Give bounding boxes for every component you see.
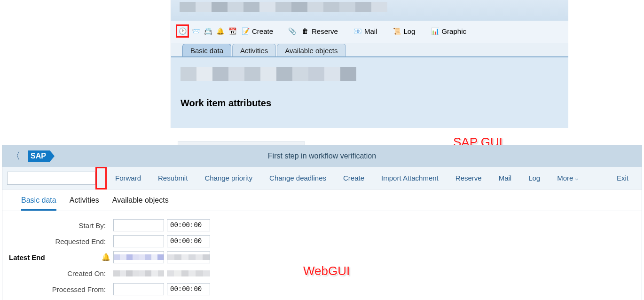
row-latest-end: Latest End 🔔 [2, 250, 642, 265]
label-latest-end: Latest End [2, 253, 101, 261]
create-icon: 📝 [240, 26, 251, 36]
sapgui-tabstrip: Basic data Activities Available objects [171, 43, 568, 57]
reserve-icon: 🗑 [299, 26, 311, 36]
tab-activities[interactable]: Activities [70, 196, 99, 211]
sapgui-panel: 🕑 📨 📇 🔔 📆 📝 Create 📎 🗑 Reserve 📧 Mail 📜 … [171, 0, 568, 128]
action-log[interactable]: Log [520, 174, 549, 182]
webgui-tabstrip: Basic data Activities Available objects [2, 189, 642, 211]
action-mail[interactable]: Mail [490, 174, 520, 182]
field-latest-end-date[interactable] [113, 251, 164, 263]
tab-activities[interactable]: Activities [232, 44, 276, 56]
field-start-by-date[interactable] [113, 219, 164, 231]
row-requested-end: Requested End: 00:00:00 [2, 234, 642, 249]
reserve-label: Reserve [312, 27, 338, 35]
action-more[interactable]: More [549, 174, 587, 182]
tab-basic-data[interactable]: Basic data [182, 44, 231, 56]
webgui-form: WebGUI Start By: 00:00:00 Requested End:… [2, 211, 642, 300]
field-requested-end-time[interactable]: 00:00:00 [167, 235, 210, 247]
mail-button[interactable]: 📧 Mail [351, 25, 380, 37]
back-button[interactable]: 〈 [9, 149, 22, 163]
action-exit[interactable]: Exit [608, 174, 637, 182]
field-latest-end-time[interactable] [167, 251, 210, 263]
content-pixelated [181, 67, 356, 81]
import-attachment-icon[interactable]: 📎 [286, 26, 298, 36]
action-change-priority[interactable]: Change priority [196, 174, 261, 182]
priority-icon[interactable]: 🔔 [214, 26, 226, 36]
create-button[interactable]: 📝 Create [239, 25, 276, 37]
page-title: First step in workflow verification [2, 152, 642, 160]
action-resubmit[interactable]: Resubmit [149, 174, 196, 182]
reserve-button[interactable]: 🗑 Reserve [298, 25, 341, 37]
field-processed-from-date[interactable] [113, 283, 164, 295]
label-processed-from: Processed From: [2, 285, 110, 293]
highlight-execute-icon: 🕑 [176, 24, 189, 38]
webgui-actionbar: Forward Resubmit Change priority Change … [2, 167, 642, 189]
section-title: Work item attributes [181, 98, 559, 109]
sapgui-content: Work item attributes SAP GUI [171, 57, 568, 128]
bell-icon: 🔔 [101, 253, 110, 261]
graphic-button[interactable]: 📊 Graphic [428, 25, 469, 37]
graphic-label: Graphic [441, 27, 466, 35]
action-reserve[interactable]: Reserve [447, 174, 490, 182]
mail-label: Mail [364, 27, 377, 35]
sapgui-toolbar: 🕑 📨 📇 🔔 📆 📝 Create 📎 🗑 Reserve 📧 Mail 📜 … [171, 21, 568, 43]
clock-check-icon[interactable]: 🕑 [178, 26, 187, 36]
field-created-on-time [167, 267, 210, 279]
row-created-on: Created On: [2, 266, 642, 281]
tab-available-objects[interactable]: Available objects [112, 196, 169, 211]
log-label: Log [403, 27, 415, 35]
row-start-by: Start By: 00:00:00 [2, 218, 642, 233]
field-requested-end-date[interactable] [113, 235, 164, 247]
log-button[interactable]: 📜 Log [390, 25, 418, 37]
field-start-by-time[interactable]: 00:00:00 [167, 219, 210, 231]
resubmit-icon[interactable]: 📇 [202, 26, 213, 36]
field-created-on-date [113, 267, 164, 279]
label-requested-end: Requested End: [2, 237, 110, 245]
log-icon: 📜 [391, 26, 402, 36]
label-start-by: Start By: [2, 221, 110, 229]
sapgui-titlebar [171, 0, 568, 21]
action-import-attachment[interactable]: Import Attachment [373, 174, 447, 182]
action-change-deadlines[interactable]: Change deadlines [261, 174, 335, 182]
sap-logo: SAP [28, 150, 50, 162]
action-create[interactable]: Create [335, 174, 373, 182]
titlebar-pixelated [180, 2, 387, 12]
row-processed-from: Processed From: 00:00:00 [2, 282, 642, 297]
field-processed-from-time[interactable]: 00:00:00 [167, 283, 210, 295]
create-label: Create [252, 27, 273, 35]
forward-icon[interactable]: 📨 [190, 26, 201, 36]
webgui-header: 〈 SAP First step in workflow verificatio… [2, 145, 642, 167]
label-created-on: Created On: [2, 269, 110, 277]
command-field[interactable] [7, 172, 95, 185]
webgui-panel: 〈 SAP First step in workflow verificatio… [2, 145, 642, 300]
tab-basic-data[interactable]: Basic data [21, 196, 56, 211]
deadlines-icon[interactable]: 📆 [227, 26, 238, 36]
highlight-missing-execute [95, 167, 107, 189]
tab-available-objects[interactable]: Available objects [277, 44, 346, 56]
action-forward[interactable]: Forward [107, 174, 149, 182]
mail-icon: 📧 [352, 26, 363, 36]
graphic-icon: 📊 [429, 26, 440, 36]
